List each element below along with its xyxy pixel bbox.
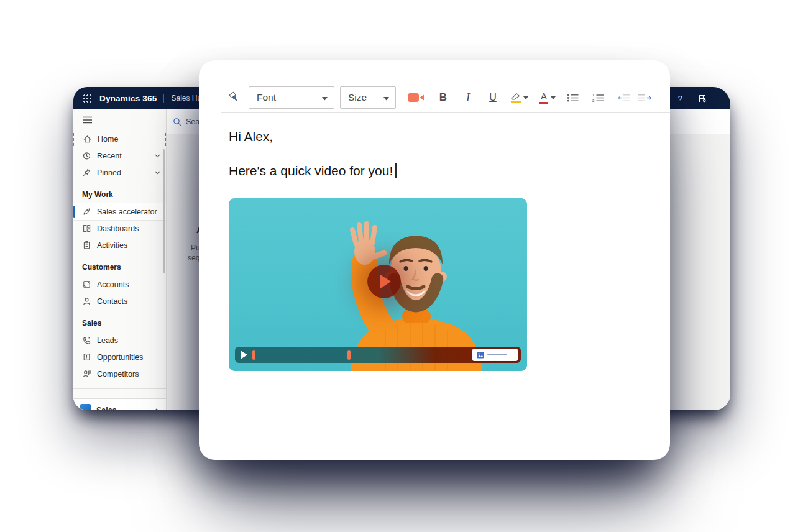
- pin-icon: [82, 168, 91, 177]
- svg-text:1: 1: [592, 93, 595, 97]
- sidebar-item-label: Sales accelerator: [97, 208, 157, 216]
- italic-button[interactable]: I: [464, 91, 472, 104]
- sitemap-sidebar: Home Recent: [73, 109, 167, 410]
- text-cursor: [395, 163, 397, 178]
- sidebar-item-label: Competitors: [97, 370, 139, 378]
- thumbnail-caption-placeholder: [487, 354, 507, 355]
- sidebar-item-label: Opportunities: [97, 353, 143, 362]
- stage: Dynamics 365 Sales Hub ?: [0, 0, 808, 532]
- email-greeting: Hi Alex,: [229, 129, 670, 144]
- sidebar-item-label: Contacts: [97, 297, 127, 306]
- font-size-value: Size: [348, 92, 367, 103]
- section-title-customers: Customers: [73, 254, 166, 276]
- font-color-letter: A: [541, 91, 547, 101]
- timeline-marker: [347, 350, 351, 360]
- insert-video-icon[interactable]: [407, 92, 425, 103]
- phone-icon: [82, 336, 91, 345]
- topbar-actions: ?: [678, 94, 707, 103]
- email-message: Here's a quick video for you!: [229, 163, 670, 178]
- person-icon: [82, 296, 91, 306]
- chevron-down-icon: [383, 92, 389, 103]
- highlight-swatch: [511, 101, 521, 103]
- empty-state-text-fragment: seq: [188, 254, 200, 262]
- sidebar-item-dashboards[interactable]: Dashboards: [73, 220, 166, 237]
- sitemap-toggle-icon[interactable]: [83, 115, 92, 126]
- person-flag-icon: [82, 369, 91, 378]
- accounts-icon: [82, 280, 91, 289]
- sidebar-item-contacts[interactable]: Contacts: [73, 293, 166, 310]
- outdent-icon[interactable]: [618, 93, 631, 103]
- svg-text:2: 2: [592, 99, 595, 103]
- bold-button[interactable]: B: [438, 91, 448, 104]
- sidebar-item-competitors[interactable]: Competitors: [73, 365, 166, 382]
- sidebar-item-accounts[interactable]: Accounts: [73, 276, 166, 293]
- highlight-color-button[interactable]: [510, 92, 528, 103]
- font-family-dropdown[interactable]: Font: [249, 86, 334, 109]
- rocket-icon: [82, 207, 91, 216]
- toolbar-divider: [221, 112, 670, 113]
- format-painter-icon[interactable]: [227, 91, 241, 104]
- clipboard-icon: [82, 241, 91, 250]
- bullet-list-icon[interactable]: [567, 93, 579, 103]
- sidebar-item-label: Recent: [97, 152, 122, 160]
- sidebar-item-opportunities[interactable]: Opportunities: [73, 349, 166, 365]
- area-switcher[interactable]: Sales: [73, 398, 166, 410]
- sidebar-item-label: Leads: [97, 336, 118, 345]
- email-composer-card: Font Size B I U: [199, 60, 670, 460]
- help-icon[interactable]: ?: [678, 94, 682, 103]
- sidebar-item-sales-accelerator[interactable]: Sales accelerator: [73, 203, 166, 220]
- chevron-down-icon: [523, 96, 528, 99]
- underline-button[interactable]: U: [488, 92, 498, 103]
- sidebar-item-label: Home: [98, 135, 118, 144]
- play-icon[interactable]: [241, 351, 247, 359]
- font-color-button[interactable]: A: [539, 91, 556, 104]
- chevron-down-icon: [322, 92, 328, 103]
- rich-text-toolbar: Font Size B I U: [199, 83, 670, 112]
- sidebar-item-home[interactable]: Home: [73, 131, 166, 147]
- section-title-sales: Sales: [73, 310, 166, 332]
- brand-title[interactable]: Dynamics 365: [99, 94, 157, 103]
- section-title-my-work: My Work: [73, 181, 166, 203]
- area-label: Sales: [96, 406, 117, 411]
- clock-icon: [82, 151, 91, 160]
- sidebar-item-recent[interactable]: Recent: [73, 147, 166, 164]
- timeline-marker: [252, 350, 255, 360]
- sidebar-scrollbar[interactable]: [163, 149, 165, 273]
- font-color-swatch: [539, 102, 548, 104]
- sidebar-item-label: Accounts: [97, 280, 129, 289]
- embedded-video-player[interactable]: [229, 198, 527, 371]
- chevron-down-icon: [155, 154, 160, 158]
- font-family-value: Font: [257, 92, 276, 103]
- sidebar-item-activities[interactable]: Activities: [73, 237, 166, 254]
- announcements-icon[interactable]: [697, 94, 707, 103]
- indent-icon[interactable]: [638, 93, 651, 103]
- sidebar-item-label: Pinned: [97, 168, 121, 177]
- thumbnail-chip[interactable]: [472, 349, 518, 361]
- area-icon: [80, 404, 91, 410]
- font-size-dropdown[interactable]: Size: [340, 86, 396, 109]
- numbered-list-icon[interactable]: 12: [592, 93, 604, 103]
- topbar-divider: [163, 94, 164, 103]
- app-launcher-waffle-icon[interactable]: [83, 94, 91, 103]
- document-exclaim-icon: [82, 352, 91, 362]
- dashboard-icon: [82, 224, 91, 233]
- sidebar-item-pinned[interactable]: Pinned: [73, 164, 166, 181]
- sidebar-item-label: Activities: [97, 241, 127, 250]
- play-button[interactable]: [367, 265, 401, 298]
- video-progress-bar[interactable]: [235, 347, 521, 363]
- search-icon: [172, 117, 181, 126]
- chevron-down-icon: [155, 171, 160, 175]
- sidebar-item-label: Dashboards: [97, 224, 139, 233]
- email-body-editor[interactable]: Hi Alex, Here's a quick video for you!: [199, 129, 670, 371]
- sidebar-item-leads[interactable]: Leads: [73, 332, 166, 349]
- chevron-down-icon: [551, 96, 556, 99]
- image-icon: [477, 352, 484, 359]
- chevron-up-icon: [154, 408, 160, 411]
- home-icon: [83, 134, 92, 144]
